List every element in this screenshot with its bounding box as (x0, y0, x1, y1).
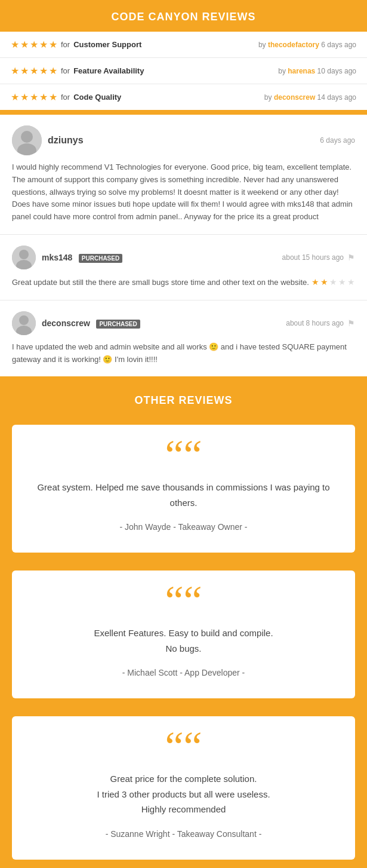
rating-row-2: ★ ★ ★ ★ ★ for Feature Availability by ha… (0, 58, 367, 84)
reviewer-info-deconscrew: deconscrew PURCHASED (12, 311, 140, 335)
review-header-deconscrew: deconscrew PURCHASED about 8 hours ago ⚑ (12, 311, 355, 335)
page-title: CODE CANYON REVIEWS (6, 11, 361, 23)
rating-by-label: by (264, 93, 272, 102)
testimonial-author-1: - John Wayde - Takeaway Owner - (36, 522, 331, 532)
testimonial-text-2: Exellent Features. Easy to build and com… (36, 625, 331, 656)
avatar-deconscrew (12, 311, 36, 335)
rating-right-1: by thecodefactory 6 days ago (258, 41, 356, 49)
review-header-dziunys: dziunys 6 days ago (12, 125, 355, 155)
star-icon: ★ (20, 39, 29, 50)
reviews-section: dziunys 6 days ago I would highly recomm… (0, 115, 367, 376)
star-icon: ★ (320, 275, 328, 289)
review-stars-mks148: ★ ★ ★ ★ ★ (312, 275, 355, 289)
purchased-badge-mks148: PURCHASED (79, 254, 122, 263)
star-icon: ★ (312, 275, 319, 289)
rating-left-1: ★ ★ ★ ★ ★ for Customer Support (11, 39, 141, 50)
flag-icon: ⚑ (347, 318, 355, 328)
other-reviews-title: OTHER REVIEWS (12, 394, 355, 407)
rating-by-label: by (258, 41, 266, 49)
reviewer-name-mks148: mks148 PURCHASED (42, 252, 122, 263)
star-icon: ★ (20, 91, 29, 103)
review-body-deconscrew: I have updated the web and admin website… (12, 341, 355, 366)
testimonial-text-1: Great system. Helped me save thousands i… (36, 480, 331, 510)
review-meta-deconscrew: about 8 hours ago ⚑ (286, 318, 355, 328)
rating-for-label: for (61, 93, 70, 102)
rating-row-3: ★ ★ ★ ★ ★ for Code Quality by deconscrew… (0, 84, 367, 110)
review-meta-mks148: about 15 hours ago ⚑ (282, 253, 355, 262)
testimonial-card-2: ““ Exellent Features. Easy to build and … (12, 571, 355, 698)
star-icon: ★ (30, 65, 38, 76)
reviewer-name-deconscrew: deconscrew PURCHASED (42, 318, 140, 329)
review-card-deconscrew: deconscrew PURCHASED about 8 hours ago ⚑… (0, 300, 367, 377)
svg-point-1 (21, 131, 33, 143)
review-meta-dziunys: 6 days ago (320, 136, 355, 145)
star-empty-icon: ★ (338, 275, 346, 289)
avatar-dziunys (12, 125, 42, 155)
stars-3: ★ ★ ★ ★ ★ (11, 91, 57, 103)
star-icon: ★ (30, 91, 38, 103)
avatar-mks148 (12, 246, 36, 269)
review-card-dziunys: dziunys 6 days ago I would highly recomm… (0, 115, 367, 235)
review-card-mks148: mks148 PURCHASED about 15 hours ago ⚑ Gr… (0, 235, 367, 300)
stars-1: ★ ★ ★ ★ ★ (11, 39, 57, 50)
review-time-deconscrew: about 8 hours ago (286, 319, 344, 327)
star-empty-icon: ★ (329, 275, 337, 289)
rating-left-2: ★ ★ ★ ★ ★ for Feature Availability (11, 65, 144, 76)
star-icon: ★ (11, 65, 19, 76)
reviewer-info-dziunys: dziunys (12, 125, 84, 155)
rating-time-2: 10 days ago (317, 67, 356, 75)
star-icon: ★ (39, 39, 48, 50)
rating-label-1: Customer Support (73, 40, 141, 49)
other-reviews-section: OTHER REVIEWS ““ Great system. Helped me… (0, 376, 367, 868)
rating-label-3: Code Quality (73, 93, 121, 102)
star-empty-icon: ★ (347, 275, 355, 289)
review-header-mks148: mks148 PURCHASED about 15 hours ago ⚑ (12, 246, 355, 269)
star-icon: ★ (20, 65, 29, 76)
flag-icon: ⚑ (347, 253, 355, 262)
star-icon: ★ (49, 39, 57, 50)
testimonial-author-2: - Michael Scott - App Developer - (36, 668, 331, 677)
rating-right-3: by deconscrew 14 days ago (264, 93, 356, 102)
review-body-mks148: Great update but still the there are sma… (12, 275, 355, 289)
star-icon: ★ (39, 91, 48, 103)
star-icon: ★ (30, 39, 38, 50)
review-time-mks148: about 15 hours ago (282, 253, 344, 262)
review-time-dziunys: 6 days ago (320, 136, 355, 145)
quote-mark-icon: ““ (36, 443, 331, 468)
rating-user-2[interactable]: harenas (288, 67, 315, 75)
star-icon: ★ (49, 65, 57, 76)
reviewer-name-dziunys: dziunys (48, 135, 84, 146)
svg-point-4 (19, 250, 29, 259)
testimonial-card-1: ““ Great system. Helped me save thousand… (12, 425, 355, 553)
rating-for-label: for (61, 66, 70, 75)
rating-user-1[interactable]: thecodefactory (268, 41, 319, 49)
page-header: CODE CANYON REVIEWS (0, 0, 367, 32)
rating-time-1: 6 days ago (321, 41, 356, 49)
rating-right-2: by harenas 10 days ago (278, 67, 356, 75)
rating-user-3[interactable]: deconscrew (274, 93, 315, 102)
star-icon: ★ (11, 39, 19, 50)
testimonial-card-3: ““ Great price for the complete solution… (12, 716, 355, 860)
rating-time-3: 14 days ago (317, 93, 356, 102)
rating-row-1: ★ ★ ★ ★ ★ for Customer Support by thecod… (0, 32, 367, 58)
stars-2: ★ ★ ★ ★ ★ (11, 65, 57, 76)
rating-left-3: ★ ★ ★ ★ ★ for Code Quality (11, 91, 121, 103)
rating-for-label: for (61, 40, 70, 49)
quote-mark-icon: ““ (36, 588, 331, 614)
star-icon: ★ (49, 91, 57, 103)
star-icon: ★ (39, 65, 48, 76)
review-body-dziunys: I would highly recommend V1 Technologies… (12, 161, 355, 223)
rating-label-2: Feature Availability (73, 66, 144, 75)
testimonial-author-3: - Suzanne Wright - Takeaway Consultant - (36, 829, 331, 839)
ratings-section: ★ ★ ★ ★ ★ for Customer Support by thecod… (0, 32, 367, 110)
reviewer-info-mks148: mks148 PURCHASED (12, 246, 122, 269)
testimonial-text-3: Great price for the complete solution.I … (36, 771, 331, 817)
purchased-badge-deconscrew: PURCHASED (96, 320, 140, 329)
quote-mark-icon: ““ (36, 734, 331, 759)
star-icon: ★ (11, 91, 19, 103)
svg-point-7 (19, 315, 29, 325)
rating-by-label: by (278, 67, 286, 75)
